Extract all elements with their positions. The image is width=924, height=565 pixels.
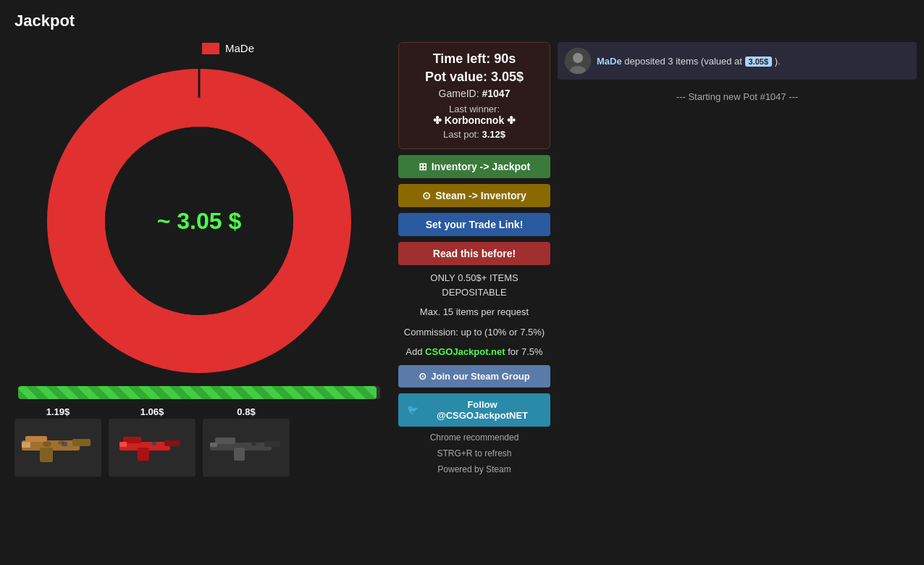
item-card-3: 0.8$ <box>203 406 290 477</box>
activity-name-0: MaDe <box>597 56 622 67</box>
item-img-3 <box>203 419 290 477</box>
game-id-value: #1047 <box>482 88 510 99</box>
item-price-1: 1.19$ <box>46 406 70 417</box>
svg-rect-15 <box>152 442 156 445</box>
add-link-container: Add CSGOJackpot.net for 7.5% <box>406 345 542 359</box>
steam-icon-group: ⊙ <box>419 371 427 382</box>
progress-bar-fill <box>18 386 377 399</box>
time-left-label: Time left: <box>433 51 491 66</box>
activity-msg-0: deposited 3 items (valued at <box>624 56 744 67</box>
avatar-img-made <box>565 48 591 74</box>
last-winner-name: ✤ Korboncnok ✤ <box>411 114 538 126</box>
items-row: 1.19$ 1.06$ <box>7 406 290 477</box>
add-text-before: Add <box>406 346 422 357</box>
steam-to-inventory-button[interactable]: ⊙ Steam -> Inventory <box>398 184 550 207</box>
svg-rect-20 <box>234 448 245 461</box>
svg-rect-5 <box>72 439 91 446</box>
powered-by: Powered by Steam <box>437 464 511 474</box>
rules-max-items: Max. 15 items per request <box>420 305 529 319</box>
legend-label-made: MaDe <box>225 42 254 54</box>
activity-text-0: MaDe deposited 3 items (valued at 3.05$ … <box>597 56 910 67</box>
item-img-2 <box>109 419 196 477</box>
last-pot-display: Last pot: 3.12$ <box>411 129 538 140</box>
progress-bar-container <box>18 386 380 399</box>
last-winner-label: Last winner: <box>411 104 538 114</box>
game-id-label: GameID: <box>439 88 479 99</box>
svg-rect-14 <box>138 448 149 461</box>
last-pot-value: 3.12$ <box>482 129 505 140</box>
center-panel: Time left: 90s Pot value: 3.05$ GameID: … <box>398 42 550 477</box>
add-text-after: for 7.5% <box>508 346 542 357</box>
svg-rect-8 <box>22 442 30 448</box>
item-card-1: 1.19$ <box>14 406 101 477</box>
svg-point-9 <box>43 441 51 447</box>
inventory-to-jackpot-button[interactable]: ⊞ Inventory -> Jackpot <box>398 155 550 178</box>
svg-point-10 <box>58 440 65 445</box>
gun-icon-1 <box>18 426 98 469</box>
pot-value-display: Pot value: 3.05$ <box>411 70 538 85</box>
item-card-2: 1.06$ <box>109 406 196 477</box>
svg-rect-21 <box>210 443 217 447</box>
svg-point-2 <box>105 127 293 315</box>
page-title: Jackpot <box>0 0 924 42</box>
twitter-icon: 🐦 <box>407 404 419 415</box>
rules-depositable: ONLY 0.50$+ ITEMS DEPOSITABLE <box>398 271 550 299</box>
svg-rect-4 <box>25 436 47 442</box>
join-steam-group-button[interactable]: ⊙ Join our Steam Group <box>398 365 550 388</box>
legend: MaDe <box>202 42 254 54</box>
right-panel: MaDe deposited 3 items (valued at 3.05$ … <box>558 42 917 477</box>
avatar-made <box>565 48 591 74</box>
svg-rect-19 <box>264 441 280 447</box>
pie-chart-svg <box>40 62 358 380</box>
activity-badge-0: 3.05$ <box>745 56 773 67</box>
pot-value-num: 3.05$ <box>491 70 524 84</box>
item-price-2: 1.06$ <box>140 406 164 417</box>
gun-icon-2 <box>112 426 192 469</box>
plus-icon: ⊞ <box>419 161 427 172</box>
game-id-display: GameID: #1047 <box>411 88 538 99</box>
activity-item-0: MaDe deposited 3 items (valued at 3.05$ … <box>558 42 917 80</box>
set-trade-link-button[interactable]: Set your Trade Link! <box>398 213 550 236</box>
time-left-display: Time left: 90s <box>411 51 538 67</box>
pot-value-label: Pot value: <box>425 70 487 84</box>
pie-chart-container: ~ 3.05 $ <box>40 62 358 380</box>
chrome-recommended: Chrome recommended <box>430 432 519 443</box>
gun-icon-3 <box>206 426 286 469</box>
refresh-hint: STRG+R to refresh <box>437 448 511 459</box>
time-left-value: 90s <box>494 51 516 66</box>
info-box: Time left: 90s Pot value: 3.05$ GameID: … <box>398 42 550 149</box>
rules-commission: Commission: up to (10% or 7.5%) <box>404 325 545 340</box>
add-link[interactable]: CSGOJackpot.net <box>425 346 505 357</box>
last-pot-label: Last pot: <box>443 129 479 140</box>
svg-rect-16 <box>119 442 127 447</box>
new-pot-text: --- Starting new Pot #1047 --- <box>558 91 917 102</box>
svg-rect-18 <box>215 438 235 444</box>
left-panel: MaDe ~ 3.05 $ 1.19$ <box>7 42 391 477</box>
svg-rect-13 <box>164 440 180 446</box>
steam-icon-btn: ⊙ <box>422 190 431 201</box>
item-img-1 <box>14 419 101 477</box>
svg-rect-6 <box>40 448 53 462</box>
svg-rect-22 <box>251 442 256 445</box>
item-price-3: 0.8$ <box>237 406 255 417</box>
follow-twitter-button[interactable]: 🐦 Follow @CSGOJackpotNET <box>398 393 550 427</box>
svg-point-24 <box>573 53 583 63</box>
activity-msg-after-0: ). <box>775 56 781 67</box>
read-before-button[interactable]: Read this before! <box>398 242 550 265</box>
legend-color-made <box>202 43 219 54</box>
